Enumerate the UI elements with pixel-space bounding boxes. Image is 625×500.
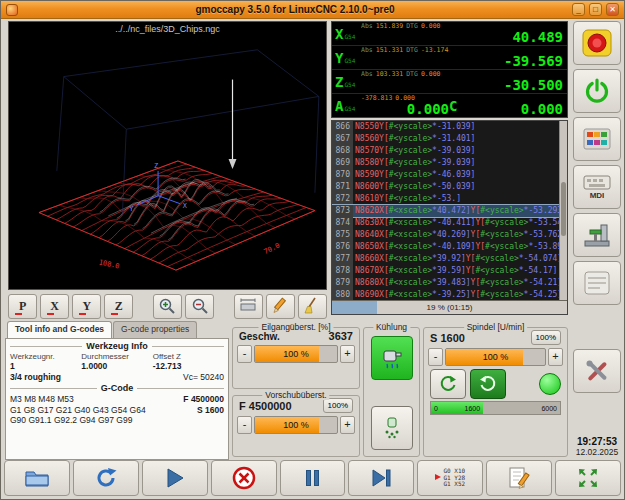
tab-tool-info[interactable]: Tool info and G-codes (7, 321, 112, 338)
folder-icon (24, 468, 50, 488)
zoom-in-button[interactable] (153, 294, 182, 319)
run-button[interactable] (142, 460, 208, 496)
progress-text: 19 % (01:15) (332, 301, 567, 314)
gcode-line[interactable]: 880N8690X[#<xscale>*-39.25]Y[#<yscale>*-… (332, 288, 559, 300)
flood-coolant-button[interactable] (371, 336, 413, 380)
spindle-frame: Spindel [U/min] S 1600 100% - 100 % + 0 (423, 327, 568, 457)
dtg-value-y: -13.174 (421, 47, 448, 54)
window-title: gmoccapy 3.5.0 for LinuxCNC 2.10.0~pre0 (22, 4, 568, 15)
scrollbar-thumb[interactable] (561, 182, 566, 236)
clock-date: 12.02.2025 (576, 447, 619, 457)
run-from-line-button[interactable]: G0 X10 G1 Y28 G1 X52 (417, 460, 483, 496)
dro-row-a-c[interactable]: AG54 -378.8130.000 0.000 C 0.000 (332, 94, 567, 117)
view-z-button[interactable]: Z (104, 294, 133, 319)
mist-icon (379, 415, 405, 441)
dro-row-x[interactable]: XG54 Abs151.839DTG0.000 40.489 (332, 22, 567, 46)
feed-override-value: 100 % (255, 417, 337, 433)
active-speed: S 1600 (183, 405, 224, 416)
dro-row-z[interactable]: ZG54 Abs103.331DTG0.000 -30.500 (332, 70, 567, 94)
spindle-ccw-button[interactable] (430, 369, 466, 399)
gcode-line[interactable]: 879N8680X[#<xscale>*39.483]Y[#<yscale>*-… (332, 276, 559, 288)
tool-indicator (229, 80, 237, 169)
feed-minus-button[interactable]: - (237, 416, 252, 434)
gcode-line[interactable]: 876N8650X[#<xscale>*-40.109]Y[#<yscale>*… (332, 240, 559, 252)
gcode-line-number: 878 (332, 264, 353, 276)
clear-preview-button[interactable] (298, 294, 327, 319)
gcode-line[interactable]: 868N8570Y[#<yscale>*-39.039] (332, 145, 559, 157)
fullscreen-button[interactable] (555, 460, 621, 496)
rapid-override-frame: Eilgangüberst. [%] Geschw. 3637 - 100 % … (232, 327, 360, 389)
gcode-line[interactable]: 867N8560Y[#<yscale>*-31.401] (332, 133, 559, 145)
feed-reset-button[interactable]: 100% (323, 398, 353, 413)
rapid-plus-button[interactable]: + (340, 345, 355, 363)
spindle-at-speed-indicator (539, 373, 561, 395)
spindle-cw-button[interactable] (470, 369, 506, 399)
settings-page-button[interactable] (573, 117, 621, 161)
machine-page-button[interactable] (573, 213, 621, 257)
machine-on-button[interactable] (573, 69, 621, 113)
rpm-min: 0 (434, 402, 438, 415)
gcode-line[interactable]: 870N8590Y[#<yscale>*-46.039] (332, 169, 559, 181)
settings-button[interactable] (573, 349, 621, 393)
draw-mode-button[interactable] (266, 294, 295, 319)
gcode-line-number: 877 (332, 252, 353, 264)
speed-label: Geschw. (239, 331, 280, 342)
dro-row-y[interactable]: YG54 Abs151.331DTG-13.174 -39.569 (332, 46, 567, 70)
rel-value-x: 40.489 (361, 31, 563, 44)
pencil-icon (271, 297, 289, 315)
gcode-line-text: N8620X[#<xscale>*40.472]Y[#<yscale>*-53.… (353, 206, 559, 215)
preview-canvas[interactable]: Z X Y 108.0 70.0 (9, 22, 326, 289)
tab-gcode-properties[interactable]: G-code properties (113, 321, 197, 338)
estop-button[interactable] (573, 21, 621, 65)
gcode-line[interactable]: 869N8580Y[#<yscale>*-39.039] (332, 157, 559, 169)
minimize-button[interactable]: _ (572, 3, 585, 16)
view-p-button[interactable]: P (8, 294, 37, 319)
coord-system: G54 (344, 33, 355, 40)
spindle-reset-button[interactable]: 100% (531, 330, 561, 345)
edit-gcode-button[interactable] (486, 460, 552, 496)
tooledit-page-button[interactable] (573, 261, 621, 305)
maximize-button[interactable]: □ (589, 3, 602, 16)
spindle-override-slider[interactable]: 100 % (445, 348, 546, 366)
spindle-ccw-icon (437, 374, 459, 394)
step-button[interactable] (348, 460, 414, 496)
estop-icon (581, 28, 613, 58)
edit-icon (508, 466, 530, 490)
gcode-line-number: 875 (332, 228, 353, 240)
gcode-line[interactable]: 875N8640X[#<xscale>*40.269]Y[#<yscale>*-… (332, 228, 559, 240)
gcode-line[interactable]: 866N8550Y[#<yscale>*-31.039] (332, 121, 559, 133)
rapid-minus-button[interactable]: - (237, 345, 252, 363)
gcode-line[interactable]: 877N8660X[#<xscale>*39.92]Y[#<yscale>*-5… (332, 252, 559, 264)
gcode-listing[interactable]: 866N8550Y[#<yscale>*-31.039]867N8560Y[#<… (331, 120, 568, 315)
col-offset-z: Offset Z (153, 352, 224, 361)
gcode-line-text: N8690X[#<xscale>*-39.25]Y[#<yscale>*-54.… (353, 290, 559, 299)
view-x-button[interactable]: X (40, 294, 69, 319)
gcode-preview[interactable]: ../../nc_files/3D_Chips.ngc Z X Y 108.0 … (8, 21, 327, 290)
reload-button[interactable] (73, 460, 139, 496)
spindle-minus-button[interactable]: - (428, 348, 443, 366)
gcode-line-number: 879 (332, 276, 353, 288)
gcode-line-number: 876 (332, 240, 353, 252)
open-file-button[interactable] (4, 460, 70, 496)
gcode-line[interactable]: 871N8600Y[#<yscale>*-50.039] (332, 181, 559, 193)
mist-coolant-button[interactable] (371, 406, 413, 450)
feed-override-slider[interactable]: 100 % (254, 416, 338, 434)
gcode-line[interactable]: 873N8620X[#<xscale>*40.472]Y[#<yscale>*-… (332, 205, 559, 217)
gcode-line[interactable]: 872N8610Y[#<yscale>*-53.] (332, 193, 559, 205)
view-y-button[interactable]: Y (72, 294, 101, 319)
rapid-override-slider[interactable]: 100 % (254, 345, 338, 363)
gcode-line[interactable]: 878N8670X[#<xscale>*39.59]Y[#<yscale>*-5… (332, 264, 559, 276)
dimensions-button[interactable] (234, 294, 263, 319)
spindle-plus-button[interactable]: + (548, 348, 563, 366)
feed-plus-button[interactable]: + (340, 416, 355, 434)
gcode-scrollbar[interactable] (559, 121, 567, 300)
stop-button[interactable] (211, 460, 277, 496)
mdi-button[interactable]: MDI (573, 165, 621, 209)
titlebar[interactable]: gmoccapy 3.5.0 for LinuxCNC 2.10.0~pre0 … (1, 1, 624, 19)
broom-icon (303, 297, 321, 315)
tool-diameter: 1.0000 (81, 361, 152, 371)
pause-button[interactable] (280, 460, 346, 496)
gcode-line[interactable]: 874N8630X[#<xscale>*-40.411]Y[#<yscale>*… (332, 217, 559, 229)
close-button[interactable]: ✕ (606, 3, 619, 16)
zoom-out-button[interactable] (185, 294, 214, 319)
